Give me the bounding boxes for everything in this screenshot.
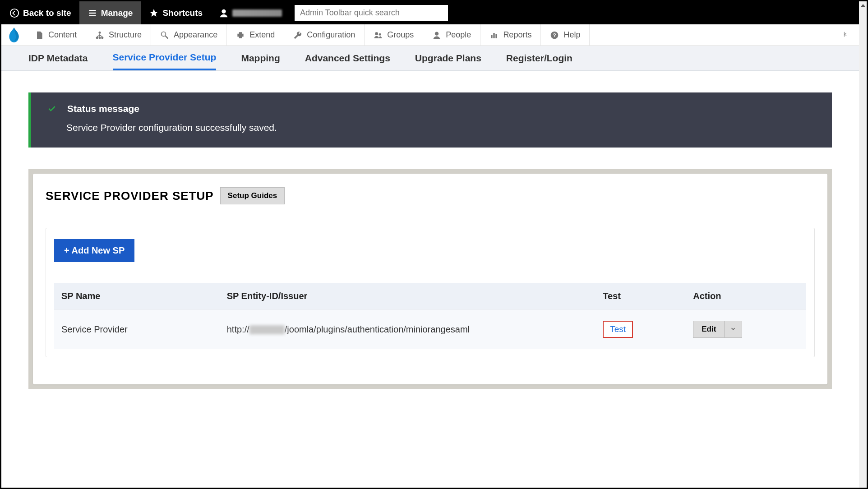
wrench-icon (293, 31, 302, 40)
svg-rect-11 (494, 33, 495, 38)
tab-mapping[interactable]: Mapping (241, 47, 280, 69)
menu-help[interactable]: ? Help (541, 24, 590, 46)
svg-rect-10 (491, 35, 493, 38)
tab-idp-metadata[interactable]: IDP Metadata (28, 47, 88, 69)
redacted-host (249, 325, 285, 334)
shortcuts-label: Shortcuts (162, 8, 203, 18)
menu-content[interactable]: Content (26, 24, 86, 46)
scroll-up-icon[interactable] (859, 1, 867, 9)
test-button[interactable]: Test (603, 321, 633, 338)
file-icon (35, 31, 44, 40)
sp-setup-panel: SERVICE PROVIDER SETUP Setup Guides + Ad… (33, 174, 827, 384)
edit-dropdown-button[interactable] (725, 321, 742, 338)
manage-label: Manage (101, 8, 133, 18)
search-input[interactable] (295, 5, 448, 21)
svg-point-8 (379, 33, 381, 35)
col-entity-id: SP Entity-ID/Issuer (220, 283, 596, 310)
svg-text:?: ? (553, 32, 556, 38)
bars-icon (489, 31, 499, 40)
chevron-left-icon (9, 8, 19, 18)
menu-people-label: People (446, 30, 471, 40)
user-menu[interactable] (211, 1, 290, 24)
hamburger-icon (88, 9, 97, 18)
svg-point-7 (375, 32, 379, 35)
groups-icon (374, 31, 383, 40)
tab-upgrade[interactable]: Upgrade Plans (415, 47, 481, 69)
back-to-site-link[interactable]: Back to site (1, 1, 79, 24)
status-body: Service Provider configuration successfu… (66, 122, 816, 133)
status-title: Status message (67, 103, 139, 114)
status-message: Status message Service Provider configur… (28, 92, 832, 148)
svg-point-4 (99, 37, 101, 39)
svg-point-2 (99, 31, 101, 33)
admin-toolbar: Back to site Manage Shortcuts (1, 1, 859, 24)
star-icon (149, 8, 159, 18)
back-to-site-label: Back to site (23, 8, 71, 18)
tab-register[interactable]: Register/Login (506, 47, 573, 69)
tab-advanced[interactable]: Advanced Settings (305, 47, 390, 69)
wand-icon (160, 31, 169, 40)
edit-button[interactable]: Edit (693, 321, 725, 338)
tree-icon (95, 31, 104, 40)
sp-table: SP Name SP Entity-ID/Issuer Test Action … (54, 283, 806, 349)
menu-structure[interactable]: Structure (86, 24, 151, 46)
col-sp-name: SP Name (54, 283, 220, 310)
col-test: Test (596, 283, 686, 310)
menu-appearance-label: Appearance (174, 30, 217, 40)
menu-people[interactable]: People (423, 24, 480, 46)
menu-groups-label: Groups (387, 30, 414, 40)
menu-structure-label: Structure (109, 30, 142, 40)
svg-point-9 (435, 32, 439, 35)
cell-entity-id: http:///joomla/plugins/authentication/mi… (220, 310, 596, 349)
check-icon (47, 104, 56, 113)
toolbar-search (295, 5, 448, 21)
add-new-sp-button[interactable]: + Add New SP (54, 239, 134, 262)
svg-point-3 (96, 37, 98, 39)
menu-configuration-label: Configuration (307, 30, 355, 40)
shortcuts-menu[interactable]: Shortcuts (141, 1, 211, 24)
col-action: Action (686, 283, 806, 310)
menu-extend-label: Extend (249, 30, 275, 40)
menu-content-label: Content (48, 30, 77, 40)
admin-menu-bar: Content Structure Appearance Extend Conf… (1, 24, 859, 46)
menu-help-label: Help (563, 30, 580, 40)
svg-point-5 (101, 37, 103, 39)
svg-point-0 (10, 9, 18, 17)
menu-extend[interactable]: Extend (227, 24, 284, 46)
table-row: Service Provider http:///joomla/plugins/… (54, 310, 806, 349)
person-icon (432, 31, 441, 40)
help-icon: ? (550, 31, 559, 40)
manage-menu[interactable]: Manage (79, 1, 141, 24)
menu-reports-label: Reports (503, 30, 531, 40)
collapse-icon[interactable] (840, 30, 850, 40)
svg-point-1 (222, 9, 226, 13)
menu-reports[interactable]: Reports (480, 24, 541, 46)
user-icon (219, 8, 229, 18)
menu-groups[interactable]: Groups (365, 24, 423, 46)
cell-sp-name: Service Provider (54, 310, 220, 349)
setup-guides-button[interactable]: Setup Guides (220, 187, 285, 204)
menu-appearance[interactable]: Appearance (151, 24, 227, 46)
svg-point-6 (162, 32, 166, 36)
tab-sp-setup[interactable]: Service Provider Setup (113, 46, 217, 70)
scrollbar-track[interactable] (859, 1, 867, 488)
drupal-logo-icon[interactable] (5, 26, 23, 44)
panel-title: SERVICE PROVIDER SETUP (46, 189, 214, 203)
chevron-down-icon (730, 326, 736, 332)
svg-rect-12 (496, 34, 497, 38)
username-text (232, 9, 282, 17)
module-tabs: IDP Metadata Service Provider Setup Mapp… (1, 46, 859, 71)
menu-configuration[interactable]: Configuration (284, 24, 365, 46)
puzzle-icon (236, 31, 245, 40)
